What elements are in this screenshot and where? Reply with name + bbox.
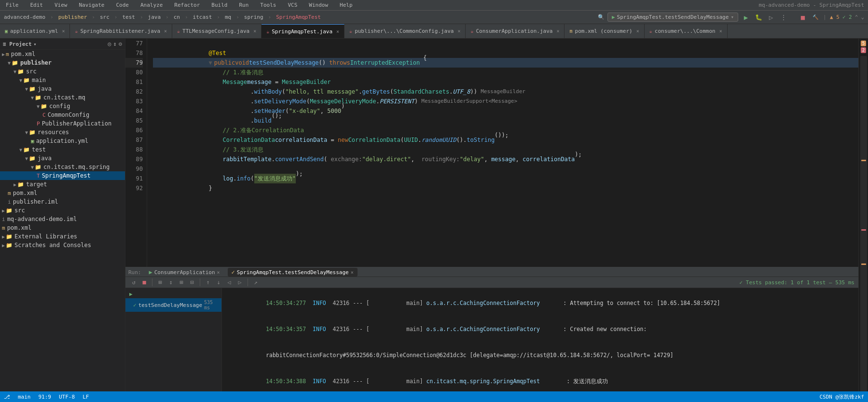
prev-fail-icon[interactable]: ◁: [225, 278, 234, 287]
expand-all-icon[interactable]: ⊞: [177, 278, 186, 287]
tab-close-ttl[interactable]: ×: [253, 28, 256, 34]
tree-item-publisher-iml[interactable]: i publisher.iml: [0, 197, 125, 206]
menu-view[interactable]: View: [53, 1, 69, 9]
xml-icon-pom: m: [569, 28, 572, 34]
menu-help[interactable]: Help: [338, 1, 355, 9]
stop-run-icon[interactable]: ■: [140, 278, 149, 287]
code-editor[interactable]: 77 78 79 80 81 82 83 84 85 86 87 88 89 9…: [125, 39, 858, 267]
tree-item-pom-xml[interactable]: m pom.xml: [0, 223, 125, 232]
tab-close-sat[interactable]: ×: [336, 29, 339, 34]
code-line-87: CorrelationData correlationData = new Co…: [153, 135, 858, 145]
bottom-tab-spring-amqp[interactable]: ✓ SpringAmqpTest.testSendDelayMessage ×: [228, 268, 358, 277]
run-coverage-button[interactable]: ▷: [766, 13, 776, 22]
debug-button[interactable]: 🐛: [754, 13, 763, 22]
sort-icon[interactable]: ↕: [166, 278, 175, 287]
tab-bar: ▣ application.yml × ☕ SpringRabbitListen…: [0, 24, 868, 39]
tab-close-cc[interactable]: ×: [719, 28, 722, 34]
status-csdn: CSDN @张凯锋zkf: [819, 393, 864, 401]
tab-close-pcc[interactable]: ×: [457, 28, 460, 34]
tree-item-src[interactable]: ▼ 📁 src: [0, 67, 125, 76]
run-output[interactable]: 14:50:34:277 INFO 42316 --- [ main] o.s.…: [222, 288, 858, 402]
export-icon[interactable]: ↗: [251, 278, 260, 287]
menu-edit[interactable]: Edit: [28, 1, 45, 9]
run-config-dropdown-icon[interactable]: ▾: [730, 14, 734, 20]
tree-item-common-config[interactable]: C CommonConfig: [0, 111, 125, 119]
tab-spring-rabbit-listener[interactable]: ☕ SpringRabbitListener.java ×: [70, 24, 172, 39]
code-line-77: [153, 39, 858, 48]
tree-item-cn-itcast-mq[interactable]: ▼ 📁 cn.itcast.mq: [0, 93, 125, 102]
menu-tools[interactable]: Tools: [258, 1, 278, 9]
sidebar: ≡ Project ▾ ◎ ↕ ⚙ ▶ m pom.xml ▼ 📁 publis…: [0, 39, 125, 402]
menu-code[interactable]: Code: [114, 1, 131, 9]
tab-application-yml[interactable]: ▣ application.yml ×: [0, 24, 70, 39]
scroll-down-icon[interactable]: ↓: [214, 278, 223, 287]
tree-item-test[interactable]: ▼ 📁 test: [0, 145, 125, 154]
run-sidebar-header: ▶: [125, 290, 221, 298]
menu-refactor[interactable]: Refactor: [172, 1, 202, 9]
tree-item-pom-publisher[interactable]: m pom.xml: [0, 189, 125, 197]
run-button[interactable]: ▶: [741, 13, 751, 22]
tab-pom-consumer[interactable]: m pom.xml (consumer) ×: [565, 24, 644, 39]
next-fail-icon[interactable]: ▷: [235, 278, 244, 287]
menu-navigate[interactable]: Navigate: [77, 1, 107, 9]
tab-spring-amqp-test[interactable]: ☕ SpringAmqpTest.java ×: [262, 24, 344, 39]
tree-item-external-libs[interactable]: ▶ 📁 External Libraries: [0, 232, 125, 241]
tree-item-target[interactable]: ▶ 📁 target: [0, 180, 125, 189]
bottom-tab-consumer-app[interactable]: ▶ ConsumerApplication ×: [145, 268, 224, 277]
tree-item-publisher-app[interactable]: P PublisherApplication: [0, 119, 125, 128]
filter-icon[interactable]: ⊞: [156, 278, 165, 287]
more-run-options[interactable]: ⋮: [779, 13, 788, 22]
menu-analyze[interactable]: Analyze: [138, 1, 165, 9]
tab-consumer-app[interactable]: ☕ ConsumerApplication.java ×: [466, 24, 565, 39]
tab-close-pom[interactable]: ×: [636, 28, 639, 34]
bottom-tab-close-ca[interactable]: ×: [217, 270, 220, 275]
menu-window[interactable]: Window: [307, 1, 330, 9]
build-button[interactable]: 🔨: [811, 13, 820, 22]
check-badge: ✓ 2: [842, 14, 852, 20]
tree-item-scratches[interactable]: ▶ 📁 Scratches and Consoles: [0, 241, 125, 250]
tab-publisher-common-config[interactable]: ☕ publisher\...\CommonConfig.java ×: [344, 24, 466, 39]
tree-item-java-main[interactable]: ▼ 📁 java: [0, 84, 125, 93]
java-icon: ☕: [75, 28, 78, 34]
tree-item-cn-itcast-spring[interactable]: ▼ 📁 cn.itcast.mq.spring: [0, 163, 125, 171]
collapse-all-icon[interactable]: ⊟: [188, 278, 196, 287]
scroll-up-icon[interactable]: ↑: [204, 278, 212, 287]
tab-consumer-common[interactable]: ☕ consumer\...\Common ×: [645, 24, 728, 39]
tab-close-srl[interactable]: ×: [164, 28, 167, 34]
tab-close-yml[interactable]: ×: [62, 28, 65, 34]
run-sidebar: ▶ ✓ testSendDelayMessage 535 ms: [125, 288, 222, 402]
tree-item-main[interactable]: ▼ 📁 main: [0, 76, 125, 84]
collapse-icon[interactable]: ⌄: [861, 14, 864, 20]
sidebar-collapse-icon[interactable]: ↕: [113, 41, 117, 47]
tree-item-publisher[interactable]: ▼ 📁 publisher: [0, 58, 125, 67]
menu-file[interactable]: File: [4, 1, 21, 9]
code-line-84: .setHeader("x-delay", 5000): [153, 106, 858, 116]
menu-run[interactable]: Run: [237, 1, 250, 9]
code-line-80: // 1.准备消息: [153, 68, 858, 77]
expand-icon[interactable]: ⌃: [855, 14, 858, 20]
run-again-icon[interactable]: ↺: [129, 278, 138, 287]
run-item-test-send-delay[interactable]: ✓ testSendDelayMessage 535 ms: [125, 298, 221, 312]
run-panel: ▶ ✓ testSendDelayMessage 535 ms 14:50:34…: [125, 288, 858, 402]
sidebar-dropdown-icon[interactable]: ▾: [34, 42, 37, 47]
search-icon[interactable]: 🔍: [598, 14, 605, 20]
bottom-tab-close-sa[interactable]: ×: [351, 270, 354, 275]
tree-item-app-yml[interactable]: ▣ application.yml: [0, 137, 125, 145]
tree-item-java-test[interactable]: ▼ 📁 java: [0, 154, 125, 163]
tab-ttl-message-config[interactable]: ☕ TTLMessageConfig.java ×: [172, 24, 262, 39]
stop-button[interactable]: ■: [798, 13, 808, 22]
ln-91: 91: [125, 174, 143, 183]
run-config-box[interactable]: ▶ SpringAmqpTest.testSendDelayMessage ▾: [607, 13, 738, 22]
tree-item-src-root[interactable]: ▶ 📁 src: [0, 206, 125, 215]
tree-item-config[interactable]: ▼ 📁 config: [0, 102, 125, 111]
sidebar-settings-icon[interactable]: ⚙: [119, 41, 122, 47]
tab-close-ca[interactable]: ×: [556, 28, 559, 34]
menu-vcs[interactable]: VCS: [286, 1, 299, 9]
sidebar-locate-icon[interactable]: ◎: [108, 41, 111, 47]
menu-build[interactable]: Build: [209, 1, 229, 9]
tree-item-spring-amqp-test[interactable]: T SpringAmqpTest: [0, 171, 125, 180]
tree-item-pom-root[interactable]: ▶ m pom.xml: [0, 50, 125, 58]
ln-86: 86: [125, 125, 143, 135]
tree-item-mq-advanced-iml[interactable]: i mq-advanced-demo.iml: [0, 215, 125, 223]
tree-item-resources[interactable]: ▼ 📁 resources: [0, 128, 125, 137]
